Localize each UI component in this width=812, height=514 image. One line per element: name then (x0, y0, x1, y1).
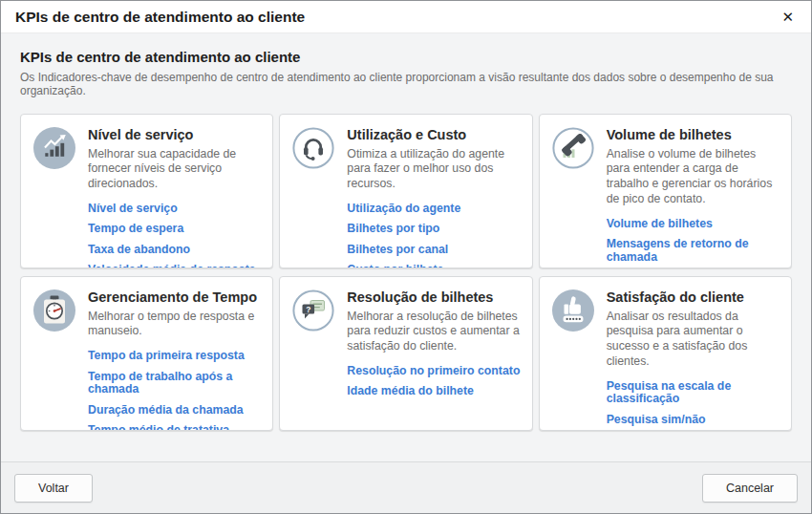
kpi-card-grid: Nível de serviço Melhorar sua capacidade… (20, 114, 792, 431)
kpi-card-nivel-de-servico: Nível de serviço Melhorar sua capacidade… (20, 114, 273, 268)
kpi-link-volume-de-bilhetes-1[interactable]: Mensagens de retorno de chamada (607, 238, 781, 264)
dialog-body: KPIs de centro de atendimento ao cliente… (1, 33, 811, 461)
thumbs-up-icon (552, 289, 594, 332)
svg-text:?: ? (307, 305, 311, 314)
kpi-link-nivel-de-servico-1[interactable]: Tempo de espera (88, 223, 263, 236)
bar-chart-growth-icon (33, 127, 75, 169)
page-subtitle: Os Indicadores-chave de desempenho de ce… (20, 71, 792, 97)
kpi-card-description: Otimiza a utilização do agente para faze… (347, 147, 522, 192)
kpi-link-gerenciamento-de-tempo-0[interactable]: Tempo da primeira resposta (88, 350, 263, 363)
kpi-card-description: Melhorar o tempo de resposta e manuseio. (88, 310, 263, 339)
kpi-card-links: Resolução no primeiro contatoIdade média… (347, 365, 522, 398)
dialog-footer: Voltar Cancelar (1, 461, 811, 513)
kpi-card-title: Gerenciamento de Tempo (88, 289, 263, 306)
kpi-card-title: Nível de serviço (88, 127, 263, 143)
kpi-card-title: Resolução de bilhetes (347, 289, 522, 306)
stopwatch-icon (33, 289, 75, 332)
kpi-card-description: Melhorar a resolução de bilhetes para re… (347, 310, 522, 354)
kpi-link-utilizacao-e-custo-3[interactable]: Custo por bilhete (347, 264, 522, 268)
kpi-link-volume-de-bilhetes-0[interactable]: Volume de bilhetes (607, 218, 781, 231)
kpi-card-description: Analise o volume de bilhetes para entend… (607, 147, 781, 207)
back-button[interactable]: Voltar (14, 474, 93, 503)
kpi-card-title: Utilização e Custo (347, 127, 522, 143)
kpi-link-nivel-de-servico-2[interactable]: Taxa de abandono (88, 244, 263, 257)
dialog-titlebar: KPIs de centro de atendimento ao cliente… (1, 1, 811, 33)
kpi-card-description: Melhorar sua capacidade de fornecer níve… (88, 147, 263, 192)
kpi-card-volume-de-bilhetes: Volume de bilhetes Analise o volume de b… (539, 114, 792, 268)
kpi-card-links: Volume de bilhetesMensagens de retorno d… (607, 218, 781, 268)
kpi-link-utilizacao-e-custo-1[interactable]: Bilhetes por tipo (347, 223, 522, 236)
kpi-link-utilizacao-e-custo-2[interactable]: Bilhetes por canal (347, 244, 522, 257)
kpi-card-resolucao-de-bilhetes: ? Resolução de bilhetes Melhorar a resol… (279, 276, 532, 431)
phone-volume-icon (552, 127, 594, 169)
kpi-link-satisfacao-do-cliente-0[interactable]: Pesquisa na escala de classificação (607, 380, 781, 406)
kpi-card-title: Volume de bilhetes (607, 127, 781, 143)
kpi-dialog: KPIs de centro de atendimento ao cliente… (0, 0, 812, 514)
chat-bubbles-icon: ? (292, 289, 334, 332)
kpi-card-title: Satisfação do cliente (607, 289, 781, 306)
kpi-card-links: Utilização do agenteBilhetes por tipoBil… (347, 203, 522, 268)
kpi-card-gerenciamento-de-tempo: Gerenciamento de Tempo Melhorar o tempo … (20, 276, 273, 431)
dialog-title: KPIs de centro de atendimento ao cliente (15, 9, 305, 26)
kpi-card-links: Tempo da primeira respostaTempo de traba… (88, 350, 263, 431)
kpi-link-resolucao-de-bilhetes-0[interactable]: Resolução no primeiro contato (347, 365, 522, 378)
kpi-link-nivel-de-servico-0[interactable]: Nível de serviço (88, 203, 263, 216)
kpi-link-nivel-de-servico-3[interactable]: Velocidade média de resposta (88, 264, 263, 268)
kpi-card-links: Nível de serviçoTempo de esperaTaxa de a… (88, 203, 263, 268)
kpi-link-resolucao-de-bilhetes-1[interactable]: Idade média do bilhete (347, 385, 522, 398)
kpi-link-gerenciamento-de-tempo-3[interactable]: Tempo médio de tratativa (88, 424, 263, 431)
kpi-link-gerenciamento-de-tempo-2[interactable]: Duração média da chamada (88, 404, 263, 418)
close-icon[interactable]: ✕ (778, 7, 798, 27)
kpi-link-gerenciamento-de-tempo-1[interactable]: Tempo de trabalho após a chamada (88, 371, 263, 396)
cancel-button[interactable]: Cancelar (702, 474, 798, 503)
page-title: KPIs de centro de atendimento ao cliente (20, 49, 792, 65)
kpi-card-satisfacao-do-cliente: Satisfação do cliente Analisar os result… (539, 276, 792, 431)
kpi-card-description: Analisar os resultados da pesquisa para … (607, 310, 781, 370)
headset-icon (292, 127, 334, 169)
kpi-card-utilizacao-e-custo: Utilização e Custo Otimiza a utilização … (279, 114, 532, 268)
kpi-link-utilizacao-e-custo-0[interactable]: Utilização do agente (347, 203, 522, 216)
kpi-link-satisfacao-do-cliente-1[interactable]: Pesquisa sim/não (607, 414, 781, 427)
kpi-card-links: Pesquisa na escala de classificaçãoPesqu… (607, 380, 781, 431)
